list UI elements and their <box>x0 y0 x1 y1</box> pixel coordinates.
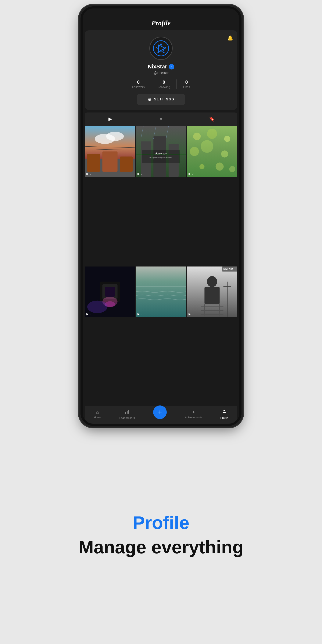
bottom-profile-heading: Profile <box>132 512 190 533</box>
achievements-label: Achievements <box>185 416 202 419</box>
nav-achievements[interactable]: ✦ Achievements <box>185 410 202 419</box>
tab-videos[interactable]: ▶ <box>85 112 136 126</box>
following-count: 0 <box>158 80 170 85</box>
svg-text:Rainy day: Rainy day <box>156 152 167 155</box>
video-thumb-1[interactable]: ▶ 0 <box>85 126 135 177</box>
svg-rect-44 <box>204 286 220 304</box>
video-thumb-6[interactable]: NO LOW ▶ 0 <box>187 266 237 317</box>
avatar <box>149 37 173 60</box>
svg-rect-55 <box>127 411 128 414</box>
video-count-6: ▶ 0 <box>188 312 194 316</box>
page-title-bar: Profile <box>82 17 240 30</box>
tab-saved[interactable]: 🔖 <box>186 112 237 126</box>
nav-home[interactable]: ⌂ Home <box>94 410 101 419</box>
svg-rect-36 <box>105 286 115 297</box>
videos-tab-icon: ▶ <box>108 116 112 122</box>
notification-button[interactable]: 🔔 <box>227 36 233 41</box>
svg-point-26 <box>224 136 230 142</box>
screen: Profile 🔔 NixStar ✓ @nixstar 0 Follo <box>82 8 240 424</box>
profile-nav-label: Profile <box>220 416 228 420</box>
user-handle: @nixstar <box>153 71 168 75</box>
video-thumb-4[interactable]: ▶ 0 <box>85 266 135 317</box>
username: NixStar <box>148 63 167 70</box>
tab-likes[interactable]: ♥ <box>136 112 186 126</box>
likes-label: Likes <box>183 85 190 89</box>
add-button[interactable]: + <box>153 406 167 419</box>
profile-card: 🔔 NixStar ✓ @nixstar 0 Followers <box>85 30 237 110</box>
video-thumb-5[interactable]: ▶ 0 <box>136 266 186 317</box>
svg-marker-2 <box>156 43 166 53</box>
status-bar <box>82 8 240 17</box>
page-title: Profile <box>82 19 240 27</box>
svg-point-27 <box>190 147 199 156</box>
content-tabs: ▶ ♥ 🔖 <box>85 112 237 126</box>
achievements-icon: ✦ <box>192 410 196 415</box>
svg-point-24 <box>193 132 201 140</box>
gear-icon: ⚙ <box>148 97 152 102</box>
followers-label: Followers <box>132 85 145 89</box>
saved-tab-icon: 🔖 <box>209 116 215 122</box>
following-label: Following <box>158 85 170 89</box>
likes-tab-icon: ♥ <box>160 116 162 122</box>
home-icon: ⌂ <box>96 410 99 415</box>
svg-point-29 <box>221 150 228 158</box>
leaderboard-icon <box>124 409 130 416</box>
video-count-4: ▶ 0 <box>86 312 91 316</box>
leaderboard-label: Leaderboard <box>119 416 135 420</box>
svg-rect-7 <box>120 156 133 172</box>
nav-leaderboard[interactable]: Leaderboard <box>119 409 135 420</box>
video-count-3: ▶ 0 <box>188 172 194 176</box>
svg-point-39 <box>87 300 108 313</box>
home-label: Home <box>94 416 101 419</box>
likes-count: 0 <box>183 80 190 85</box>
svg-point-30 <box>200 164 205 169</box>
svg-text:The day when everything felt h: The day when everything felt heavy... <box>148 157 174 158</box>
svg-rect-6 <box>102 152 117 172</box>
username-row: NixStar ✓ <box>148 63 174 70</box>
video-count-2: ▶ 0 <box>138 172 142 176</box>
bottom-section: Profile Manage everything <box>62 426 260 644</box>
bottom-sub-heading: Manage everything <box>78 536 244 558</box>
profile-nav-icon <box>222 409 227 416</box>
likes-stat[interactable]: 0 Likes <box>177 80 196 89</box>
video-grid: ▶ 0 <box>85 126 237 406</box>
svg-point-31 <box>216 162 224 170</box>
svg-rect-5 <box>87 154 100 172</box>
svg-rect-56 <box>128 410 129 414</box>
bottom-nav: ⌂ Home Leaderboard + ✦ Achievements <box>85 406 237 424</box>
svg-point-9 <box>106 132 124 141</box>
settings-label: SETTINGS <box>154 98 174 101</box>
phone-frame: Profile 🔔 NixStar ✓ @nixstar 0 Follo <box>80 6 242 426</box>
video-thumb-2[interactable]: Rainy day The day when everything felt h… <box>136 126 186 177</box>
video-count-1: ▶ 0 <box>86 172 91 176</box>
following-stat[interactable]: 0 Following <box>151 80 177 89</box>
followers-count: 0 <box>132 80 145 85</box>
verified-badge: ✓ <box>169 64 174 70</box>
nav-profile[interactable]: Profile <box>220 409 228 420</box>
stats-row: 0 Followers 0 Following 0 Likes <box>89 80 233 89</box>
svg-point-25 <box>207 129 217 139</box>
svg-point-28 <box>200 140 213 153</box>
svg-point-43 <box>207 276 217 287</box>
followers-stat[interactable]: 0 Followers <box>126 80 151 89</box>
video-thumb-3[interactable]: ▶ 0 <box>187 126 237 177</box>
video-count-5: ▶ 0 <box>138 312 142 316</box>
settings-button[interactable]: ⚙ SETTINGS <box>137 94 185 105</box>
svg-point-57 <box>224 410 225 412</box>
svg-point-32 <box>229 166 235 172</box>
svg-text:NO LOW: NO LOW <box>224 268 233 270</box>
svg-rect-54 <box>125 412 126 414</box>
